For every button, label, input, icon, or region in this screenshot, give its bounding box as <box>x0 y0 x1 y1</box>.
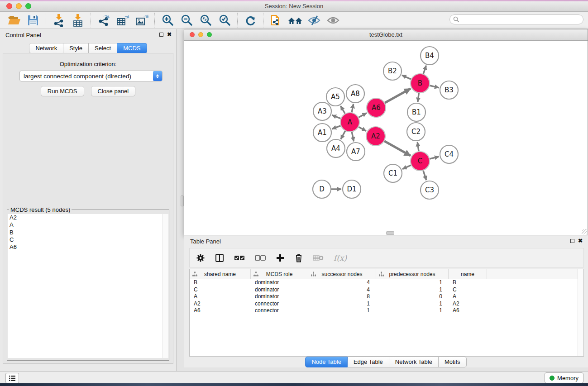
select-all-button[interactable] <box>234 255 245 261</box>
deselect-all-button[interactable] <box>255 255 266 261</box>
task-history-button[interactable] <box>5 373 19 383</box>
mcds-result-item[interactable]: A <box>8 221 168 229</box>
table-cell[interactable]: dominator <box>251 293 308 300</box>
mcds-result-scrollbar[interactable] <box>163 214 168 358</box>
graph-edge-C-C2[interactable] <box>417 142 419 151</box>
float-table-panel-icon[interactable] <box>570 239 574 243</box>
open-session-button[interactable] <box>5 13 24 28</box>
graph-node-B3[interactable]: B3 <box>440 81 458 99</box>
column-header-predecessor-nodes[interactable]: predecessor nodes <box>376 269 449 279</box>
graph-edge-A6-B[interactable] <box>385 89 411 103</box>
zoom-fit-button[interactable] <box>196 13 215 28</box>
window-resize-grip[interactable] <box>582 229 587 234</box>
table-body[interactable]: Bdominator41BCdominator41CAdominator80AA… <box>190 279 583 315</box>
graph-node-A8[interactable]: A8 <box>346 85 364 103</box>
table-cell[interactable]: B <box>449 279 487 286</box>
table-cell[interactable]: A <box>449 293 487 300</box>
graph-node-A3[interactable]: A3 <box>313 102 331 120</box>
graph-node-C4[interactable]: C4 <box>440 145 458 163</box>
graph-node-B4[interactable]: B4 <box>421 47 439 65</box>
graph-edge-B-B2[interactable] <box>402 75 411 79</box>
close-table-panel-icon[interactable]: ✖ <box>578 239 583 243</box>
table-cell[interactable]: 1 <box>376 279 449 286</box>
memory-button[interactable]: Memory <box>545 372 583 383</box>
mcds-result-list[interactable]: A2ABCA6 <box>8 214 168 358</box>
network-window-titlebar[interactable]: testGlobe.txt <box>184 29 588 41</box>
table-row[interactable]: A6connector11A6 <box>190 307 583 315</box>
network-canvas[interactable]: B4B2BB3B1A5A8A6A3AA1A2C2A4A7C4CC1C3DD1 <box>184 41 588 235</box>
column-header-successor-nodes[interactable]: successor nodes <box>308 269 376 279</box>
main-titlebar[interactable]: Session: New Session <box>0 1 588 12</box>
column-header-shared-name[interactable]: shared name <box>190 269 251 279</box>
mcds-result-item[interactable]: B <box>8 229 168 236</box>
zoom-selected-button[interactable] <box>215 13 234 28</box>
graph-node-A5[interactable]: A5 <box>326 88 344 106</box>
graph-edge-B-B4[interactable] <box>423 66 426 74</box>
graph-node-A[interactable]: A <box>340 113 359 132</box>
graph-node-B[interactable]: B <box>411 74 430 93</box>
zoom-in-button[interactable] <box>158 13 177 28</box>
table-row[interactable]: A2connector11A2 <box>190 300 583 308</box>
graph-edge-A-A6[interactable] <box>359 113 367 118</box>
import-table-button[interactable] <box>68 13 87 28</box>
table-cell[interactable]: 1 <box>376 286 449 294</box>
tab-network-table[interactable]: Network Table <box>389 357 439 367</box>
graph-edge-A-A1[interactable] <box>332 126 341 129</box>
tab-edge-table[interactable]: Edge Table <box>348 357 389 367</box>
graph-edge-A-A5[interactable] <box>340 106 345 114</box>
new-network-from-selection-button[interactable] <box>267 13 286 28</box>
table-settings-button[interactable] <box>196 253 205 262</box>
graph-node-C3[interactable]: C3 <box>421 181 439 199</box>
table-cell[interactable]: 1 <box>308 307 376 315</box>
tab-node-table[interactable]: Node Table <box>305 357 348 367</box>
export-image-button[interactable] <box>132 13 151 28</box>
graph-node-A6[interactable]: A6 <box>367 98 386 117</box>
graph-edge-A2-C[interactable] <box>384 141 411 156</box>
graph-node-A7[interactable]: A7 <box>347 143 365 161</box>
table-cell[interactable]: A <box>190 293 251 300</box>
graph-edge-A-A4[interactable] <box>341 131 345 139</box>
graph-edge-A-A3[interactable] <box>332 115 340 119</box>
hide-graphics-details-button[interactable] <box>305 13 324 28</box>
refresh-layout-button[interactable] <box>241 13 260 28</box>
graph-edge-A-A8[interactable] <box>352 104 354 113</box>
show-graphics-details-button[interactable] <box>324 13 343 28</box>
tab-style[interactable]: Style <box>63 43 89 53</box>
table-cell[interactable]: 1 <box>376 307 449 315</box>
column-header-MCDS-role[interactable]: MCDS role <box>251 269 308 279</box>
table-row[interactable]: Bdominator41B <box>190 279 583 286</box>
graph-node-A4[interactable]: A4 <box>327 139 345 157</box>
table-cell[interactable]: connector <box>251 307 308 315</box>
tab-network[interactable]: Network <box>29 43 63 53</box>
zoom-out-button[interactable] <box>177 13 196 28</box>
search-input[interactable] <box>449 14 583 24</box>
table-cell[interactable]: 8 <box>308 293 376 300</box>
home-button[interactable] <box>286 13 305 28</box>
add-column-button[interactable] <box>276 253 285 262</box>
function-builder-button[interactable]: f(x) <box>334 253 347 262</box>
tab-select[interactable]: Select <box>89 43 117 53</box>
table-cell[interactable]: C <box>449 286 487 294</box>
table-scrollbar[interactable] <box>578 269 583 356</box>
run-mcds-button[interactable]: Run MCDS <box>41 86 84 96</box>
graph-node-C[interactable]: C <box>411 152 430 171</box>
table-cell[interactable]: connector <box>251 300 308 308</box>
graph-edge-B-B3[interactable] <box>430 86 439 88</box>
graph-node-B2[interactable]: B2 <box>383 62 402 80</box>
graph-node-C1[interactable]: C1 <box>384 164 402 182</box>
graph-edge-C-C3[interactable] <box>423 171 426 180</box>
tab-mcds[interactable]: MCDS <box>117 43 147 53</box>
mcds-result-item[interactable]: A6 <box>8 243 168 251</box>
table-cell[interactable]: C <box>190 286 251 294</box>
mcds-result-item[interactable]: C <box>8 236 168 243</box>
table-cell[interactable]: 0 <box>376 293 449 300</box>
table-cell[interactable]: 4 <box>308 279 376 286</box>
table-cell[interactable]: B <box>190 279 251 286</box>
table-row[interactable]: Cdominator41C <box>190 286 583 294</box>
table-cell[interactable]: dominator <box>251 279 308 286</box>
panel-divider-handle[interactable] <box>181 195 184 206</box>
graph-node-A2[interactable]: A2 <box>366 127 385 146</box>
graph-node-D1[interactable]: D1 <box>343 180 361 198</box>
network-graph[interactable]: B4B2BB3B1A5A8A6A3AA1A2C2A4A7C4CC1C3DD1 <box>184 41 588 235</box>
delete-column-button[interactable] <box>295 253 303 262</box>
